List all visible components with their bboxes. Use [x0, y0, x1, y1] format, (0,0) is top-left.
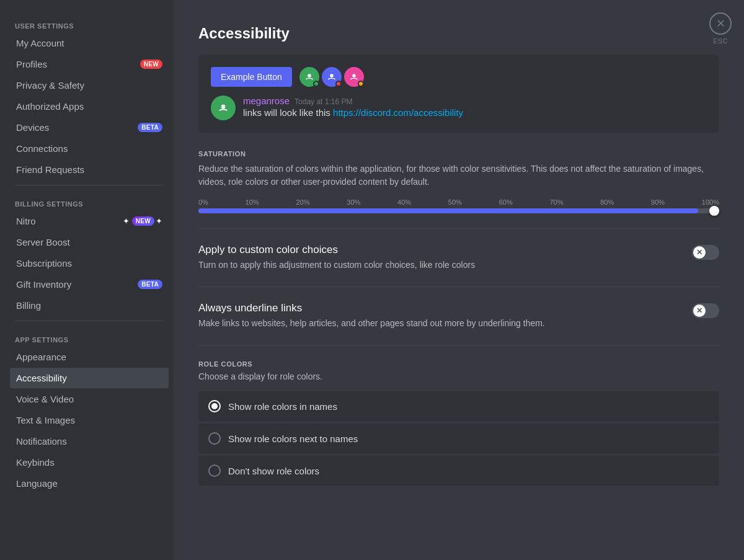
sidebar-divider-1 [15, 185, 164, 185]
preview-top: Example Button [211, 67, 707, 87]
sidebar-item-billing[interactable]: Billing [10, 295, 169, 316]
sidebar-item-friend-requests[interactable]: Friend Requests [10, 159, 169, 180]
sidebar-item-authorized-apps[interactable]: Authorized Apps [10, 96, 169, 117]
sidebar-item-language[interactable]: Language [10, 473, 169, 494]
sidebar-item-label: Language [16, 478, 58, 489]
radio-label-2: Don't show role colors [228, 466, 319, 476]
radio-label-1: Show role colors next to names [228, 433, 358, 444]
sidebar-item-voice-video[interactable]: Voice & Video [10, 389, 169, 409]
emoji-avatar-2 [322, 67, 342, 87]
slider-labels: 0% 10% 20% 30% 40% 50% 60% 70% 80% 90% 1… [198, 198, 719, 206]
status-dot-red [335, 81, 342, 87]
sidebar-item-label: Server Boost [16, 237, 70, 247]
close-icon[interactable]: ✕ [709, 12, 732, 35]
sidebar-item-profiles[interactable]: Profiles NEW [10, 54, 169, 74]
slider-label-100: 100% [702, 198, 719, 206]
status-dot-yellow [358, 81, 364, 87]
message-avatar [211, 96, 236, 120]
sidebar-item-privacy-safety[interactable]: Privacy & Safety [10, 75, 169, 96]
role-colors-header: ROLE COLORS [198, 360, 719, 368]
saturation-slider[interactable] [198, 208, 719, 213]
slider-thumb[interactable] [709, 206, 719, 216]
toggle-track-2[interactable]: ✕ [692, 303, 719, 318]
sidebar-divider-2 [15, 321, 164, 321]
message-content: meganrose Today at 1:16 PM links will lo… [243, 96, 707, 118]
sidebar-item-label: Appearance [16, 352, 66, 362]
role-colors-description: Choose a display for role colors. [198, 371, 719, 381]
sidebar-item-label: Nitro [16, 216, 36, 226]
sidebar-item-label: Profiles [16, 59, 47, 69]
sidebar: User Settings My Account Profiles NEW Pr… [0, 0, 174, 560]
emoji-group [299, 67, 364, 87]
radio-inner-0 [211, 403, 218, 409]
saturation-section: SATURATION Reduce the saturation of colo… [198, 150, 719, 213]
slider-label-30: 30% [347, 198, 360, 206]
sidebar-item-nitro[interactable]: Nitro ✦ NEW ✦ [10, 211, 169, 231]
preview-box: Example Button [198, 55, 719, 133]
sidebar-item-label: My Account [16, 38, 64, 48]
slider-label-20: 20% [296, 198, 309, 206]
nitro-badge: NEW [132, 216, 154, 226]
slider-label-10: 10% [246, 198, 259, 206]
apply-custom-colors-title: Apply to custom color choices [198, 244, 680, 256]
always-underline-toggle[interactable]: ✕ [692, 303, 719, 318]
always-underline-content: Always underline links Make links to web… [198, 302, 680, 330]
sidebar-item-subscriptions[interactable]: Subscriptions [10, 253, 169, 273]
slider-fill [198, 208, 698, 213]
esc-label: ESC [713, 37, 728, 45]
message-header: meganrose Today at 1:16 PM [243, 96, 707, 106]
sidebar-item-label: Notifications [16, 436, 67, 447]
page-title: Accessibility [198, 25, 719, 42]
slider-label-80: 80% [600, 198, 614, 206]
user-settings-label: User Settings [10, 12, 169, 32]
message-username: meganrose [243, 96, 290, 106]
sidebar-item-gift-inventory[interactable]: Gift Inventory BETA [10, 274, 169, 295]
sidebar-item-server-boost[interactable]: Server Boost [10, 232, 169, 252]
status-dot-green [313, 81, 319, 87]
apply-custom-colors-toggle[interactable]: ✕ [692, 245, 719, 260]
slider-label-70: 70% [549, 198, 563, 206]
radio-circle-1 [208, 432, 221, 445]
sidebar-item-notifications[interactable]: Notifications [10, 431, 169, 451]
sidebar-item-label: Gift Inventory [16, 279, 71, 290]
esc-button[interactable]: ✕ ESC [709, 12, 732, 45]
app-settings-label: App Settings [10, 326, 169, 346]
message-time: Today at 1:16 PM [294, 97, 352, 106]
sidebar-item-label: Subscriptions [16, 258, 72, 269]
sidebar-item-appearance[interactable]: Appearance [10, 347, 169, 367]
radio-option-2[interactable]: Don't show role colors [198, 456, 719, 486]
svg-point-1 [308, 74, 311, 78]
sidebar-item-label: Privacy & Safety [16, 80, 84, 91]
radio-circle-2 [208, 464, 221, 477]
slider-label-60: 60% [499, 198, 513, 206]
emoji-avatar-1 [299, 67, 319, 87]
sidebar-item-connections[interactable]: Connections [10, 138, 169, 159]
gift-inventory-badge: BETA [138, 280, 162, 289]
sidebar-item-label: Authorized Apps [16, 101, 84, 112]
saturation-header: SATURATION [198, 150, 719, 158]
toggle-track[interactable]: ✕ [692, 245, 719, 260]
apply-custom-colors-row: Apply to custom color choices Turn on to… [198, 244, 719, 272]
main-content: ✕ ESC Accessibility Example Button [174, 0, 744, 560]
sidebar-item-label: Billing [16, 300, 41, 311]
svg-point-3 [330, 74, 334, 78]
sidebar-item-keybinds[interactable]: Keybinds [10, 452, 169, 473]
slider-label-0: 0% [198, 198, 208, 206]
svg-point-6 [221, 104, 226, 109]
example-button[interactable]: Example Button [211, 67, 292, 87]
radio-option-1[interactable]: Show role colors next to names [198, 424, 719, 453]
radio-option-0[interactable]: Show role colors in names [198, 391, 719, 421]
message-link[interactable]: https://discord.com/accessibility [333, 107, 463, 118]
radio-label-0: Show role colors in names [228, 401, 337, 412]
sidebar-item-my-account[interactable]: My Account [10, 33, 169, 53]
sidebar-item-accessibility[interactable]: Accessibility [10, 368, 169, 388]
profiles-badge: NEW [140, 60, 162, 69]
sidebar-item-text-images[interactable]: Text & Images [10, 410, 169, 430]
role-colors-section: ROLE COLORS Choose a display for role co… [198, 360, 719, 486]
sidebar-item-devices[interactable]: Devices BETA [10, 117, 169, 138]
svg-point-5 [352, 74, 356, 78]
saturation-slider-container: 0% 10% 20% 30% 40% 50% 60% 70% 80% 90% 1… [198, 198, 719, 213]
always-underline-desc: Make links to websites, help articles, a… [198, 317, 680, 330]
message-text: links will look like this https://discor… [243, 107, 707, 118]
toggle-knob-2: ✕ [693, 304, 706, 317]
